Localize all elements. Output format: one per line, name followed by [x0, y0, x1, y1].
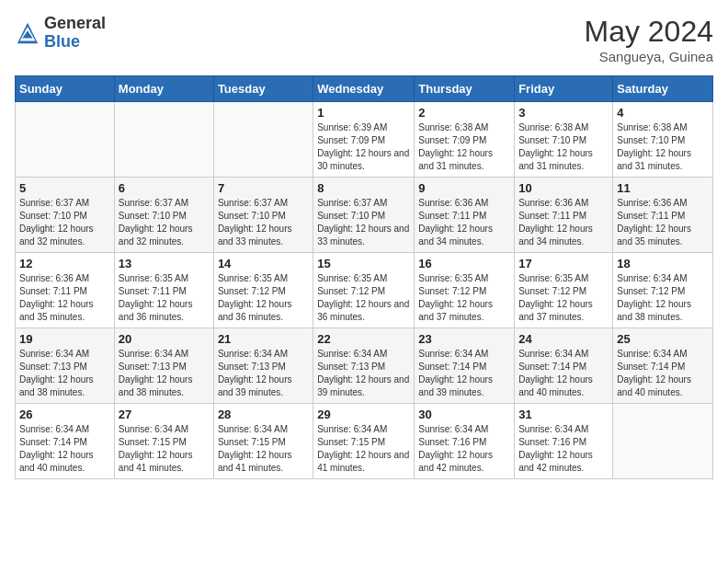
day-number: 8: [317, 181, 410, 195]
day-info: Sunrise: 6:37 AMSunset: 7:10 PMDaylight:…: [19, 197, 110, 248]
logo-general-label: General: [44, 15, 106, 33]
day-info: Sunrise: 6:34 AMSunset: 7:13 PMDaylight:…: [19, 348, 110, 399]
day-cell: 18Sunrise: 6:34 AMSunset: 7:12 PMDayligh…: [613, 253, 713, 328]
day-number: 13: [119, 257, 210, 270]
header-cell-wednesday: Wednesday: [313, 76, 415, 102]
day-info: Sunrise: 6:37 AMSunset: 7:10 PMDaylight:…: [317, 197, 410, 248]
header-cell-tuesday: Tuesday: [213, 76, 313, 102]
day-info: Sunrise: 6:34 AMSunset: 7:14 PMDaylight:…: [418, 348, 510, 399]
day-info: Sunrise: 6:34 AMSunset: 7:14 PMDaylight:…: [617, 348, 709, 399]
day-cell: 4Sunrise: 6:38 AMSunset: 7:10 PMDaylight…: [613, 102, 713, 178]
day-info: Sunrise: 6:35 AMSunset: 7:12 PMDaylight:…: [317, 272, 410, 324]
header-row: SundayMondayTuesdayWednesdayThursdayFrid…: [16, 76, 713, 102]
day-cell: 20Sunrise: 6:34 AMSunset: 7:13 PMDayligh…: [114, 328, 213, 404]
day-number: 27: [119, 408, 210, 421]
logo-text: General Blue: [44, 15, 106, 52]
day-cell: 21Sunrise: 6:34 AMSunset: 7:13 PMDayligh…: [213, 328, 313, 404]
day-number: 26: [19, 408, 110, 421]
day-cell: 15Sunrise: 6:35 AMSunset: 7:12 PMDayligh…: [313, 253, 415, 328]
day-number: 22: [317, 332, 410, 346]
calendar-body: 1Sunrise: 6:39 AMSunset: 7:09 PMDaylight…: [16, 102, 713, 479]
day-info: Sunrise: 6:34 AMSunset: 7:14 PMDaylight:…: [19, 423, 110, 475]
day-cell: 3Sunrise: 6:38 AMSunset: 7:10 PMDaylight…: [515, 102, 613, 178]
day-cell: 29Sunrise: 6:34 AMSunset: 7:15 PMDayligh…: [313, 404, 415, 479]
day-number: 25: [617, 332, 709, 346]
header-cell-thursday: Thursday: [415, 76, 515, 102]
day-cell: 19Sunrise: 6:34 AMSunset: 7:13 PMDayligh…: [16, 328, 115, 404]
logo-blue-label: Blue: [44, 33, 106, 52]
day-number: 21: [218, 332, 309, 346]
day-info: Sunrise: 6:36 AMSunset: 7:11 PMDaylight:…: [418, 197, 510, 248]
day-info: Sunrise: 6:34 AMSunset: 7:13 PMDaylight:…: [218, 348, 309, 399]
day-number: 5: [19, 181, 110, 195]
day-cell: 11Sunrise: 6:36 AMSunset: 7:11 PMDayligh…: [613, 178, 713, 253]
day-info: Sunrise: 6:38 AMSunset: 7:10 PMDaylight:…: [617, 121, 709, 173]
day-cell: 31Sunrise: 6:34 AMSunset: 7:16 PMDayligh…: [515, 404, 613, 479]
day-number: 14: [218, 257, 309, 270]
day-cell: 23Sunrise: 6:34 AMSunset: 7:14 PMDayligh…: [415, 328, 515, 404]
day-number: 4: [617, 106, 709, 120]
day-number: 2: [418, 106, 510, 120]
day-cell: 1Sunrise: 6:39 AMSunset: 7:09 PMDaylight…: [313, 102, 415, 178]
week-row-4: 19Sunrise: 6:34 AMSunset: 7:13 PMDayligh…: [16, 328, 713, 404]
day-cell: 16Sunrise: 6:35 AMSunset: 7:12 PMDayligh…: [415, 253, 515, 328]
day-info: Sunrise: 6:34 AMSunset: 7:13 PMDaylight:…: [119, 348, 210, 399]
logo-icon: [15, 20, 40, 46]
day-info: Sunrise: 6:39 AMSunset: 7:09 PMDaylight:…: [317, 121, 410, 173]
day-info: Sunrise: 6:34 AMSunset: 7:16 PMDaylight:…: [418, 423, 510, 475]
logo: General Blue: [15, 15, 106, 52]
day-cell: 28Sunrise: 6:34 AMSunset: 7:15 PMDayligh…: [213, 404, 313, 479]
day-cell: 24Sunrise: 6:34 AMSunset: 7:14 PMDayligh…: [515, 328, 613, 404]
day-info: Sunrise: 6:35 AMSunset: 7:12 PMDaylight:…: [418, 272, 510, 324]
day-cell: [613, 404, 713, 479]
day-number: 1: [317, 106, 410, 120]
header-cell-saturday: Saturday: [613, 76, 713, 102]
day-number: 23: [418, 332, 510, 346]
day-cell: 27Sunrise: 6:34 AMSunset: 7:15 PMDayligh…: [114, 404, 213, 479]
header-cell-sunday: Sunday: [16, 76, 115, 102]
day-cell: 10Sunrise: 6:36 AMSunset: 7:11 PMDayligh…: [515, 178, 613, 253]
day-info: Sunrise: 6:35 AMSunset: 7:11 PMDaylight:…: [119, 272, 210, 324]
day-number: 28: [218, 408, 309, 421]
day-number: 10: [518, 181, 609, 195]
day-number: 17: [518, 257, 609, 270]
day-number: 30: [418, 408, 510, 421]
header-cell-friday: Friday: [515, 76, 613, 102]
day-number: 19: [19, 332, 110, 346]
calendar-table: SundayMondayTuesdayWednesdayThursdayFrid…: [15, 75, 713, 479]
day-cell: 7Sunrise: 6:37 AMSunset: 7:10 PMDaylight…: [213, 178, 313, 253]
week-row-2: 5Sunrise: 6:37 AMSunset: 7:10 PMDaylight…: [16, 178, 713, 253]
day-cell: 14Sunrise: 6:35 AMSunset: 7:12 PMDayligh…: [213, 253, 313, 328]
day-cell: 26Sunrise: 6:34 AMSunset: 7:14 PMDayligh…: [16, 404, 115, 479]
day-info: Sunrise: 6:35 AMSunset: 7:12 PMDaylight:…: [218, 272, 309, 324]
week-row-5: 26Sunrise: 6:34 AMSunset: 7:14 PMDayligh…: [16, 404, 713, 479]
day-cell: [16, 102, 115, 178]
day-number: 20: [119, 332, 210, 346]
day-number: 9: [418, 181, 510, 195]
day-number: 3: [518, 106, 609, 120]
day-info: Sunrise: 6:34 AMSunset: 7:13 PMDaylight:…: [317, 348, 410, 399]
day-number: 24: [518, 332, 609, 346]
day-info: Sunrise: 6:34 AMSunset: 7:12 PMDaylight:…: [617, 272, 709, 324]
day-info: Sunrise: 6:34 AMSunset: 7:15 PMDaylight:…: [119, 423, 210, 475]
day-cell: 9Sunrise: 6:36 AMSunset: 7:11 PMDaylight…: [415, 178, 515, 253]
day-cell: 6Sunrise: 6:37 AMSunset: 7:10 PMDaylight…: [114, 178, 213, 253]
day-number: 31: [518, 408, 609, 421]
location-subtitle: Sangueya, Guinea: [584, 49, 713, 64]
day-cell: 12Sunrise: 6:36 AMSunset: 7:11 PMDayligh…: [16, 253, 115, 328]
title-block: May 2024 Sangueya, Guinea: [584, 15, 713, 64]
day-info: Sunrise: 6:34 AMSunset: 7:15 PMDaylight:…: [317, 423, 410, 475]
day-info: Sunrise: 6:34 AMSunset: 7:16 PMDaylight:…: [518, 423, 609, 475]
day-number: 29: [317, 408, 410, 421]
day-number: 6: [119, 181, 210, 195]
day-number: 16: [418, 257, 510, 270]
day-cell: 17Sunrise: 6:35 AMSunset: 7:12 PMDayligh…: [515, 253, 613, 328]
day-cell: 22Sunrise: 6:34 AMSunset: 7:13 PMDayligh…: [313, 328, 415, 404]
month-year-title: May 2024: [584, 15, 713, 49]
day-cell: [114, 102, 213, 178]
calendar-header: SundayMondayTuesdayWednesdayThursdayFrid…: [16, 76, 713, 102]
day-info: Sunrise: 6:36 AMSunset: 7:11 PMDaylight:…: [19, 272, 110, 324]
day-info: Sunrise: 6:36 AMSunset: 7:11 PMDaylight:…: [518, 197, 609, 248]
day-info: Sunrise: 6:35 AMSunset: 7:12 PMDaylight:…: [518, 272, 609, 324]
day-number: 15: [317, 257, 410, 270]
